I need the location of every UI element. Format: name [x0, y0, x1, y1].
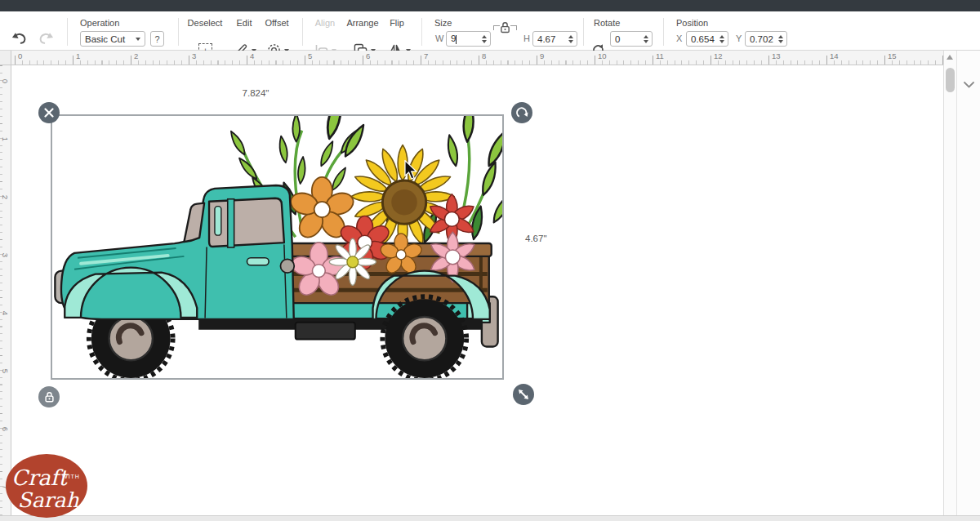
collapsed-right-panel[interactable] [956, 51, 980, 515]
canvas-area[interactable]: 7.824" 4.67" [11, 65, 943, 515]
ruler-number: 5 [308, 51, 312, 60]
size-lock[interactable] [493, 21, 517, 33]
ruler-number: 4 [1, 309, 10, 318]
flip-label: Flip [390, 18, 404, 28]
vertical-scrollbar[interactable] [943, 51, 956, 515]
ruler-number: 2 [1, 194, 10, 202]
ruler-number: 0 [1, 78, 10, 86]
offset-label: Offset [265, 18, 288, 28]
height-stepper[interactable] [566, 35, 575, 43]
resize-handle-icon [518, 389, 529, 400]
rotate-value: 0 [615, 34, 641, 44]
size-lock-icon [500, 21, 510, 33]
text-cursor [456, 35, 457, 44]
operation-value: Basic Cut [85, 34, 132, 44]
ruler-number: 4 [250, 51, 254, 60]
ruler-number: 1 [76, 51, 80, 60]
vertical-ruler: 01234567 [0, 65, 11, 515]
scrollbar-thumb[interactable] [946, 68, 955, 92]
ruler-number: 9 [540, 51, 544, 60]
undo-icon [11, 32, 28, 44]
flower-truck-image[interactable] [52, 116, 502, 378]
height-input[interactable]: 4.67 [532, 31, 577, 47]
chevron-down-icon [136, 38, 140, 41]
stepper-down-icon [482, 40, 487, 43]
cricut-design-space-window: Operation Basic Cut ? Deselect + Edit Of… [0, 0, 980, 521]
align-label: Align [315, 18, 335, 28]
window-top-bar [0, 0, 980, 11]
edit-label: Edit [237, 18, 252, 28]
ruler-number: 10 [598, 51, 607, 60]
rotate-label: Rotate [594, 18, 620, 28]
width-stepper[interactable] [479, 35, 488, 43]
ruler-corner [0, 51, 11, 65]
toolbar-divider [583, 18, 584, 46]
ruler-number: 0 [18, 51, 22, 60]
height-value: 4.67 [537, 34, 566, 44]
deselect-label: Deselect [188, 18, 223, 28]
logo-word-with: with [62, 474, 80, 479]
ruler-number: 3 [1, 252, 10, 260]
width-input[interactable]: 9 [446, 31, 491, 47]
rotate-handle[interactable] [511, 102, 532, 123]
ruler-number: 15 [888, 51, 897, 60]
lock-bracket [510, 25, 517, 30]
lock-handle-icon [44, 391, 55, 403]
stepper-down-icon [568, 40, 573, 43]
position-x-value: 0.654 [691, 34, 717, 44]
operation-label: Operation [80, 18, 119, 28]
lock-handle[interactable] [38, 386, 60, 407]
undo-button[interactable] [10, 29, 29, 46]
toolbar-divider [421, 18, 422, 46]
ruler-number: 1 [1, 136, 10, 144]
toolbar-divider [67, 18, 68, 46]
help-button[interactable]: ? [150, 31, 164, 47]
rotate-input[interactable]: 0 [610, 31, 653, 47]
chevron-down-icon[interactable] [964, 82, 974, 88]
y-stepper[interactable] [776, 35, 785, 43]
operation-dropdown[interactable]: Basic Cut [80, 31, 145, 47]
lock-bracket [493, 25, 500, 30]
position-label: Position [676, 18, 708, 28]
selection-height-label: 4.67" [525, 234, 546, 243]
position-x-input[interactable]: 0.654 [686, 31, 728, 47]
resize-handle[interactable] [513, 384, 534, 405]
size-label: Size [434, 18, 452, 28]
toolbar-divider [178, 18, 179, 46]
ruler-number: 12 [714, 51, 723, 60]
stepper-down-icon [778, 40, 783, 43]
close-icon [44, 108, 54, 118]
edit-toolbar: Operation Basic Cut ? Deselect + Edit Of… [0, 11, 980, 51]
ruler-number: 6 [366, 51, 370, 60]
height-axis-label: H [523, 33, 530, 43]
x-stepper[interactable] [717, 35, 726, 43]
stepper-up-icon [778, 35, 783, 38]
logo-word-sarah: Sarah [18, 488, 80, 512]
stepper-down-icon [644, 40, 648, 43]
ruler-number: 11 [656, 51, 664, 60]
position-y-value: 0.702 [750, 34, 776, 44]
position-y-input[interactable]: 0.702 [745, 31, 787, 47]
stepper-down-icon [719, 40, 724, 43]
horizontal-ruler: 012345678910111213141516 [11, 51, 943, 65]
stepper-up-icon [719, 35, 724, 38]
redo-button[interactable] [36, 29, 56, 46]
arrange-label: Arrange [346, 18, 378, 28]
rotate-stepper[interactable] [641, 35, 650, 43]
x-axis-label: X [676, 33, 682, 43]
rotate-handle-icon [516, 107, 528, 119]
ruler-number: 8 [482, 51, 486, 60]
selection-width-label: 7.824" [223, 88, 288, 98]
deselect-handle[interactable] [38, 102, 60, 123]
stepper-up-icon [644, 35, 648, 38]
ruler-number: 3 [192, 51, 196, 60]
stepper-up-icon [482, 35, 487, 38]
y-axis-label: Y [736, 33, 742, 43]
bottom-bar [0, 515, 980, 521]
scroll-up-icon[interactable] [947, 55, 953, 60]
redo-icon [38, 32, 54, 44]
toolbar-divider [302, 18, 303, 46]
selection-bounding-box[interactable] [51, 114, 504, 380]
ruler-number: 6 [1, 425, 10, 434]
ruler-number: 5 [1, 367, 10, 376]
